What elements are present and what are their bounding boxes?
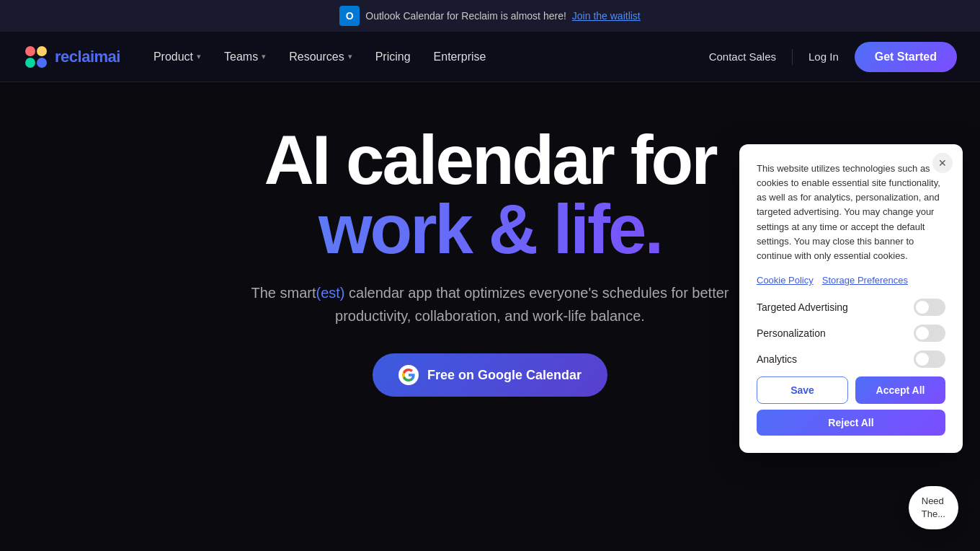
contact-sales-button[interactable]: Contact Sales bbox=[699, 45, 786, 69]
google-icon bbox=[398, 365, 419, 385]
cookie-policy-link[interactable]: Cookie Policy bbox=[757, 275, 814, 286]
resources-chevron-icon: ▾ bbox=[348, 52, 352, 61]
svg-point-3 bbox=[37, 58, 47, 68]
targeted-advertising-toggle[interactable] bbox=[914, 299, 945, 316]
nav-pricing[interactable]: Pricing bbox=[365, 45, 421, 69]
cta-google-calendar-button[interactable]: Free on Google Calendar bbox=[373, 353, 607, 397]
hero-title-line1: AI calendar for bbox=[264, 125, 716, 195]
chat-bubble: Need The... bbox=[909, 486, 958, 529]
nav-product[interactable]: Product ▾ bbox=[143, 45, 211, 69]
storage-preferences-link[interactable]: Storage Preferences bbox=[822, 275, 908, 286]
hero-subtitle: The smart(est) calendar app that optimiz… bbox=[238, 281, 742, 327]
targeted-advertising-row: Targeted Advertising bbox=[757, 299, 945, 316]
logo[interactable]: reclaimai bbox=[23, 44, 120, 70]
personalization-label: Personalization bbox=[757, 327, 826, 339]
personalization-row: Personalization bbox=[757, 325, 945, 342]
hero-title-colored: work & life. bbox=[264, 195, 716, 264]
analytics-toggle[interactable] bbox=[914, 351, 945, 368]
teams-chevron-icon: ▾ bbox=[262, 52, 266, 61]
nav-links: Product ▾ Teams ▾ Resources ▾ Pricing En… bbox=[143, 45, 496, 69]
nav-teams[interactable]: Teams ▾ bbox=[214, 45, 276, 69]
nav-resources[interactable]: Resources ▾ bbox=[279, 45, 362, 69]
nav-right: Contact Sales Log In Get Started bbox=[699, 42, 957, 72]
svg-point-2 bbox=[25, 58, 35, 68]
product-chevron-icon: ▾ bbox=[197, 52, 201, 61]
nav-divider bbox=[792, 49, 793, 65]
cookie-banner: ✕ This website utilizes technologies suc… bbox=[739, 144, 963, 453]
navbar: reclaimai Product ▾ Teams ▾ Resources ▾ … bbox=[0, 32, 980, 82]
cookie-actions: Save Accept All bbox=[757, 376, 945, 404]
nav-left: reclaimai Product ▾ Teams ▾ Resources ▾ … bbox=[23, 44, 496, 70]
hero-title: AI calendar for work & life. bbox=[264, 125, 716, 264]
login-button[interactable]: Log In bbox=[798, 45, 849, 69]
svg-point-0 bbox=[25, 46, 35, 56]
cookie-close-button[interactable]: ✕ bbox=[932, 153, 953, 173]
logo-text: reclaimai bbox=[55, 48, 120, 66]
cookie-save-button[interactable]: Save bbox=[757, 376, 848, 404]
cta-label: Free on Google Calendar bbox=[427, 368, 582, 383]
outlook-icon: O bbox=[339, 6, 360, 26]
analytics-label: Analytics bbox=[757, 353, 797, 365]
cookie-reject-all-button[interactable]: Reject All bbox=[757, 410, 945, 436]
cookie-links: Cookie Policy Storage Preferences bbox=[757, 275, 945, 286]
cookie-accept-all-button[interactable]: Accept All bbox=[855, 376, 945, 404]
svg-point-1 bbox=[37, 46, 47, 56]
targeted-advertising-label: Targeted Advertising bbox=[757, 301, 848, 313]
analytics-row: Analytics bbox=[757, 351, 945, 368]
waitlist-link[interactable]: Join the waitlist bbox=[572, 10, 641, 22]
get-started-button[interactable]: Get Started bbox=[855, 42, 957, 72]
personalization-toggle[interactable] bbox=[914, 325, 945, 342]
cookie-body-text: This website utilizes technologies such … bbox=[757, 162, 945, 263]
announcement-bar: O Outlook Calendar for Reclaim is almost… bbox=[0, 0, 980, 32]
announcement-text: Outlook Calendar for Reclaim is almost h… bbox=[365, 10, 566, 22]
nav-enterprise[interactable]: Enterprise bbox=[424, 45, 496, 69]
